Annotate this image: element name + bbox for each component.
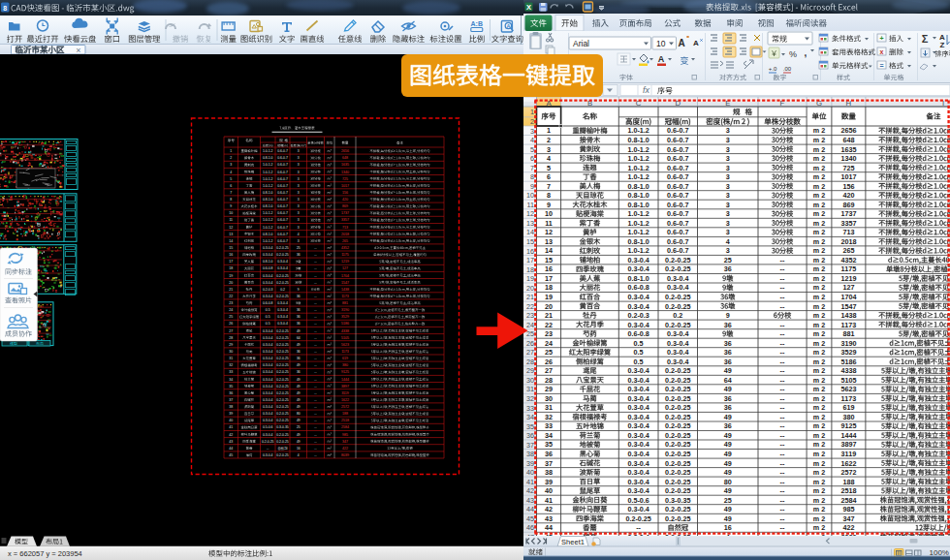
svg-text:2572: 2572 [840, 468, 856, 477]
svg-text:1173: 1173 [341, 350, 349, 354]
svg-text:3: 3 [298, 204, 300, 208]
svg-text:自然冠: 自然冠 [277, 447, 288, 451]
svg-text:35: 35 [545, 440, 553, 449]
svg-text:0.8-1.0: 0.8-1.0 [263, 156, 273, 160]
svg-text:9: 9 [230, 204, 232, 208]
svg-text:m 2: m 2 [813, 468, 825, 477]
svg-text:--: -- [780, 264, 785, 273]
svg-text:0.3-0.4: 0.3-0.4 [277, 266, 288, 270]
svg-text:1173: 1173 [841, 321, 857, 329]
svg-text:347: 347 [842, 514, 854, 523]
svg-text:--: -- [780, 514, 785, 523]
svg-text:49: 49 [724, 366, 732, 375]
svg-text:3: 3 [298, 198, 300, 202]
svg-text:0.2-0.25: 0.2-0.25 [665, 505, 690, 513]
svg-text:36: 36 [724, 264, 732, 273]
svg-text:0.2-0.25: 0.2-0.25 [665, 450, 690, 458]
svg-text:29: 29 [229, 343, 233, 347]
svg-text:49: 49 [724, 459, 732, 468]
svg-text:0.6-0.8: 0.6-0.8 [627, 329, 649, 338]
svg-text:1017: 1017 [341, 184, 349, 188]
svg-text:0.3-0.4: 0.3-0.4 [627, 486, 649, 495]
svg-text:49: 49 [297, 405, 301, 409]
svg-text:--: -- [314, 370, 316, 374]
svg-text:2018: 2018 [341, 233, 349, 236]
svg-text:0.3-0.4: 0.3-0.4 [627, 459, 649, 468]
svg-text:2518: 2518 [840, 486, 856, 495]
svg-text:35: 35 [526, 422, 534, 431]
svg-text:0.2-0.25: 0.2-0.25 [276, 440, 289, 444]
svg-text:0.3-0.35: 0.3-0.35 [665, 496, 690, 505]
svg-text:42: 42 [545, 505, 553, 513]
svg-text:0.6-0.7: 0.6-0.7 [277, 184, 288, 188]
svg-text:0.3-0.4: 0.3-0.4 [263, 398, 273, 402]
svg-text:0.8-1.0: 0.8-1.0 [263, 260, 273, 264]
svg-text:--: -- [780, 339, 785, 348]
svg-text:1704: 1704 [840, 293, 856, 301]
svg-text:0.6-0.7: 0.6-0.7 [667, 201, 688, 209]
svg-text:0.3-0.4: 0.3-0.4 [263, 378, 273, 382]
svg-text:0.8-1.0: 0.8-1.0 [627, 182, 649, 191]
svg-text:29: 29 [545, 385, 553, 393]
svg-text:0.6-0.7: 0.6-0.7 [667, 182, 688, 191]
svg-text:28: 28 [545, 376, 553, 385]
svg-text:m 2: m 2 [813, 413, 825, 421]
svg-text:0.2-0.25: 0.2-0.25 [276, 274, 289, 278]
svg-text:0.3-0.4: 0.3-0.4 [263, 391, 273, 395]
svg-text:m 2: m 2 [813, 302, 825, 311]
svg-text:7: 7 [230, 191, 232, 195]
svg-text:40: 40 [545, 486, 553, 495]
svg-text:0.3-0.4: 0.3-0.4 [263, 453, 273, 457]
svg-text:36: 36 [297, 357, 301, 360]
svg-text:40: 40 [229, 419, 233, 422]
svg-text:0.3-0.4: 0.3-0.4 [667, 339, 688, 348]
svg-text:fx: fx [643, 85, 650, 95]
svg-text:36: 36 [297, 295, 301, 298]
svg-text:m 2: m 2 [813, 348, 825, 357]
svg-text:0.3-0.4: 0.3-0.4 [627, 264, 649, 273]
svg-text:m 2: m 2 [813, 514, 825, 523]
svg-text:m 2: m 2 [813, 126, 825, 135]
svg-text:m 2: m 2 [813, 321, 825, 329]
svg-text:--: -- [314, 391, 316, 395]
svg-text:16: 16 [297, 447, 301, 451]
svg-text:m 2: m 2 [813, 274, 825, 283]
svg-text:23: 23 [526, 311, 534, 320]
svg-text:1175: 1175 [841, 264, 857, 273]
svg-text:0.2-0.25: 0.2-0.25 [276, 329, 289, 333]
svg-text:--: -- [314, 363, 316, 367]
svg-text:m 2: m 2 [813, 496, 825, 505]
svg-text:A: A [658, 54, 665, 64]
svg-text:3: 3 [298, 239, 300, 243]
svg-text:49: 49 [297, 391, 301, 395]
svg-text:14: 14 [229, 239, 233, 243]
svg-text:0.2-0.25: 0.2-0.25 [276, 363, 289, 367]
svg-text:18: 18 [229, 266, 233, 270]
svg-text:0.2-0.25: 0.2-0.25 [625, 514, 650, 523]
svg-text:0.3-0.4: 0.3-0.4 [263, 433, 273, 437]
svg-text:420: 420 [342, 198, 348, 202]
svg-text:9125: 9125 [840, 421, 856, 430]
svg-text:22: 22 [526, 302, 534, 311]
svg-text:38: 38 [545, 468, 553, 477]
svg-text:3: 3 [298, 218, 300, 222]
svg-text:64: 64 [724, 376, 732, 385]
svg-text:0.8-1.0: 0.8-1.0 [627, 201, 649, 209]
svg-text:m 2: m 2 [813, 421, 825, 430]
svg-text:m 2: m 2 [813, 339, 825, 348]
svg-text:39: 39 [545, 478, 553, 486]
svg-text:1219: 1219 [840, 274, 856, 283]
svg-text:--: -- [780, 523, 785, 532]
svg-text:1.0-1.2: 1.0-1.2 [627, 164, 649, 172]
svg-text:m 2: m 2 [813, 191, 825, 200]
svg-text:80: 80 [297, 412, 301, 416]
svg-text:32: 32 [545, 413, 553, 421]
svg-text:3: 3 [726, 246, 730, 255]
svg-text:3: 3 [298, 149, 300, 153]
svg-text:--: -- [780, 256, 785, 264]
svg-text:--: -- [314, 357, 316, 360]
svg-text:0.5-0.6: 0.5-0.6 [627, 496, 649, 505]
svg-text:1635: 1635 [341, 163, 349, 167]
svg-text:7: 7 [530, 164, 534, 172]
svg-text:0.6-0.7: 0.6-0.7 [667, 246, 688, 255]
